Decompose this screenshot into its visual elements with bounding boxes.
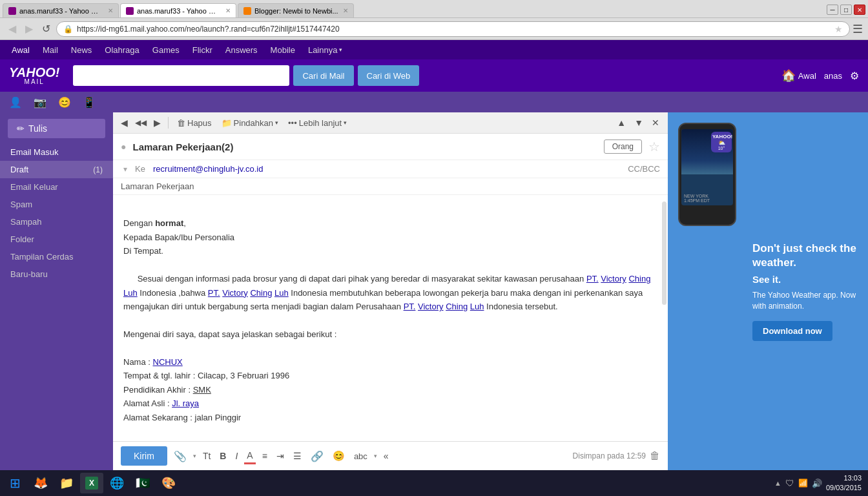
nav-mail[interactable]: Mail [36, 43, 65, 57]
to-label: Ke [135, 164, 148, 174]
emoji-icon[interactable]: 😊 [58, 96, 71, 108]
sidebar-item-trash[interactable]: Sampah [0, 213, 113, 231]
ellipsis-icon: ••• [288, 118, 297, 128]
taskbar-flag[interactable]: 🇵🇰 [130, 473, 155, 493]
close-compose-button[interactable]: ✕ [648, 116, 663, 130]
back-button[interactable]: ◀ [5, 21, 19, 36]
tab-2-close[interactable]: ✕ [225, 7, 231, 14]
tab-1-title: anas.maruf33 - Yahoo Ma... [19, 7, 103, 15]
sidebar-item-draft[interactable]: Draft (1) [0, 161, 113, 178]
up-button[interactable]: ▲ [614, 116, 629, 130]
quick-icons-bar: 👤 📷 😊 📱 [0, 92, 868, 112]
more-button[interactable]: ••• Lebih lanjut ▾ [284, 116, 351, 130]
font-color-button[interactable]: A [244, 448, 255, 464]
down-button[interactable]: ▼ [631, 116, 646, 130]
tab-1-close[interactable]: ✕ [108, 7, 113, 14]
move-button[interactable]: 📁 Pindahkan ▾ [218, 116, 282, 130]
emoji-compose-button[interactable]: 😊 [330, 448, 347, 464]
url-bar[interactable]: 🔒 https://id-mg61.mail.yahoo.com/neo/lau… [56, 21, 850, 37]
sidebar-item-smart[interactable]: Tampilan Cerdas [0, 248, 113, 265]
link-button[interactable]: 🔗 [308, 448, 326, 464]
font-size-button[interactable]: Tt [200, 449, 213, 463]
reload-button[interactable]: ↺ [39, 21, 54, 36]
nav-olahraga[interactable]: Olahraga [98, 43, 145, 57]
camera-icon[interactable]: 📷 [34, 96, 46, 108]
ad-download-button[interactable]: Download now [752, 321, 832, 341]
yahoo-mail-header: YAHOO! MAIL Cari di Mail Cari di Web 🏠 A… [0, 59, 868, 92]
attach-button[interactable]: 📎 [171, 448, 189, 464]
settings-icon[interactable]: ⚙ [850, 70, 859, 82]
network-icon[interactable]: 📶 [798, 479, 808, 488]
tab-3-close[interactable]: ✕ [343, 7, 348, 14]
minimize-button[interactable]: ─ [827, 5, 838, 15]
header-home[interactable]: 🏠 Awal [781, 68, 816, 83]
forward-button[interactable]: ▶ [22, 21, 36, 36]
nav-forward-btn[interactable]: ▶ [151, 116, 163, 130]
close-button[interactable]: ✕ [854, 5, 865, 15]
folder-taskbar-icon: 📁 [59, 476, 74, 490]
start-button[interactable]: ⊞ [3, 473, 27, 493]
bold-button[interactable]: B [217, 449, 229, 463]
nav-news[interactable]: News [65, 43, 99, 57]
nav-answers[interactable]: Answers [219, 43, 264, 57]
nav-mobile[interactable]: Mobile [264, 43, 302, 57]
spellcheck-dropdown[interactable]: ▾ [374, 453, 377, 459]
subject-text: Lamaran Pekerjaan(2) [132, 141, 597, 152]
search-mail-button[interactable]: Cari di Mail [293, 65, 353, 86]
main-content: ✏ Tulis Email Masuk Draft (1) Email Kelu… [0, 112, 868, 470]
search-input[interactable] [73, 65, 290, 86]
sidebar-item-sent[interactable]: Email Keluar [0, 178, 113, 196]
tab-1[interactable]: anas.maruf33 - Yahoo Ma... ✕ [3, 3, 119, 17]
ad-body-text: The Yahoo Weather app. Now with animatio… [752, 290, 858, 312]
ccbcc-label[interactable]: CC/BCC [628, 164, 660, 174]
tray-expand-icon[interactable]: ▲ [774, 479, 781, 487]
align-button[interactable]: ☰ [291, 449, 304, 463]
tab-3[interactable]: Blogger: Newbi to Newbi... ✕ [238, 3, 354, 17]
more-format-button[interactable]: « [381, 449, 391, 463]
sidebar-item-spam[interactable]: Spam [0, 196, 113, 213]
email-body-scroll[interactable]: Dengan hormat, Kepada Bapak/Ibu Personal… [113, 195, 668, 441]
ad-title-text: Don't just check the weather. [752, 242, 858, 270]
spellcheck-button[interactable]: abc [351, 450, 370, 463]
volume-icon[interactable]: 🔊 [812, 479, 822, 488]
maximize-button[interactable]: □ [840, 5, 852, 15]
to-email-address: recruitment@chingluh-jv.co.id [153, 164, 263, 174]
nav-awal[interactable]: Awal [5, 43, 36, 57]
taskbar-chrome[interactable]: 🌐 [105, 473, 129, 493]
taskbar-firefox[interactable]: 🦊 [28, 473, 53, 493]
scrollbar[interactable] [662, 202, 666, 305]
nav-lainnya[interactable]: Lainnya▾ [302, 43, 349, 57]
star-button[interactable]: ☆ [648, 139, 660, 154]
search-web-button[interactable]: Cari di Web [358, 65, 420, 86]
nav-back-all-button[interactable]: ◀◀ [132, 116, 149, 129]
expand-to-button[interactable]: ▾ [121, 165, 130, 174]
sidebar-item-folder[interactable]: Folder [0, 231, 113, 248]
list-button[interactable]: ≡ [260, 449, 270, 463]
send-button[interactable]: Kirim [121, 446, 167, 466]
sidebar-item-inbox[interactable]: Email Masuk [0, 143, 113, 161]
taskbar-files[interactable]: 📁 [54, 473, 79, 493]
attach-dropdown-icon[interactable]: ▾ [193, 453, 196, 459]
indent-button[interactable]: ⇥ [274, 449, 287, 463]
delete-draft-button[interactable]: 🗑 [650, 450, 660, 462]
profile-icon[interactable]: 👤 [9, 96, 22, 108]
more-label: Lebih lanjut [299, 118, 342, 128]
nav-games[interactable]: Games [146, 43, 186, 57]
sidebar-item-recent[interactable]: Baru-baru [0, 265, 113, 283]
delete-button[interactable]: 🗑 Hapus [173, 116, 216, 130]
shield-icon[interactable]: 🛡 [785, 478, 794, 488]
compose-label: Tulis [28, 123, 47, 134]
star-icon[interactable]: ★ [834, 24, 843, 34]
italic-button[interactable]: I [232, 449, 240, 463]
people-button[interactable]: Orang [604, 140, 642, 154]
mobile-icon[interactable]: 📱 [83, 96, 96, 108]
compose-button[interactable]: ✏ Tulis [8, 119, 105, 138]
email-compose-panel: ◀ ◀◀ ▶ 🗑 Hapus 📁 Pindahkan ▾ ••• Lebih l… [113, 112, 668, 470]
taskbar-paint[interactable]: 🎨 [156, 473, 181, 493]
menu-button[interactable]: ☰ [852, 22, 863, 36]
taskbar-excel[interactable]: X [80, 473, 103, 493]
nav-flickr[interactable]: Flickr [186, 43, 219, 57]
email-body: Dengan hormat, Kepada Bapak/Ibu Personal… [113, 195, 668, 432]
tab-2[interactable]: anas.maruf33 - Yahoo Ma... ✕ [120, 3, 236, 17]
nav-back-button[interactable]: ◀ [118, 116, 130, 130]
